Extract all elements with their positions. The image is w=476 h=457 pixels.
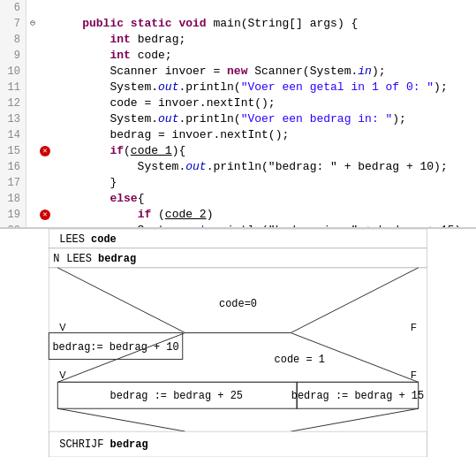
line-num-8: 8	[0, 32, 26, 48]
f-inner-label: F	[411, 369, 417, 380]
schrijf-bedrag-label: SCHRIJF bedrag	[59, 438, 147, 451]
line-num-14: 14	[0, 127, 26, 143]
line-num-19: 19	[0, 207, 26, 223]
code-line-8: 8 int bedrag;	[0, 32, 476, 48]
code-line-13: 13 System.out.println("Voer een bedrag i…	[0, 111, 476, 127]
code-line-15: 15 ✕ if(code_1){	[0, 143, 476, 159]
line-num-15: 15	[0, 143, 26, 159]
code-line-16: 16 System.out.println("bedrag: " + bedra…	[0, 159, 476, 175]
code-line-12: 12 code = invoer.nextInt();	[0, 95, 476, 111]
flowchart-section: LEES code N LEES bedrag	[0, 228, 476, 457]
flowchart-svg: LEES code N LEES bedrag	[0, 229, 476, 457]
bedrag-plus15-label: bedrag := bedrag + 15	[291, 390, 424, 402]
code-editor: 6 7 ⊖ public static void main(String[] a…	[0, 0, 476, 228]
svg-line-17	[57, 408, 185, 431]
code-line-14: 14 bedrag = invoer.nextInt();	[0, 127, 476, 143]
bedrag-plus10-label: bedrag:= bedrag + 10	[52, 341, 178, 354]
condition-code0: code=0	[219, 298, 257, 310]
code-line-10: 10 Scanner invoer = new Scanner(System.i…	[0, 64, 476, 80]
line-num-11: 11	[0, 80, 26, 95]
f-top-label: F	[411, 322, 417, 332]
svg-line-8	[291, 268, 418, 333]
line-num-13: 13	[0, 111, 26, 127]
condition-code1: code = 1	[275, 354, 325, 366]
v-top-label: V	[59, 322, 66, 332]
code-line-19: 19 ✕ if (code_2)	[0, 207, 476, 223]
code-line-9: 9 int code;	[0, 48, 476, 64]
lees-code-label: LEES code	[59, 233, 116, 246]
code-line-6: 6	[0, 0, 476, 16]
code-line-18: 18 else{	[0, 191, 476, 207]
line-num-18: 18	[0, 191, 26, 207]
line-num-12: 12	[0, 95, 26, 111]
bedrag-plus25-label: bedrag := bedrag + 25	[110, 390, 243, 402]
v-inner-label: V	[59, 369, 66, 380]
svg-line-7	[57, 268, 185, 333]
code-line-7: 7 ⊖ public static void main(String[] arg…	[0, 16, 476, 32]
line-num-7: 7	[0, 16, 26, 32]
line-num-16: 16	[0, 159, 26, 175]
lees-bedrag-label: LEES bedrag	[66, 253, 136, 265]
line-num-17: 17	[0, 175, 26, 191]
svg-text:N: N	[53, 253, 59, 265]
line-num-10: 10	[0, 64, 26, 80]
line-num-9: 9	[0, 48, 26, 64]
code-line-11: 11 System.out.println("Voer een getal in…	[0, 80, 476, 95]
svg-line-18	[291, 408, 418, 431]
code-line-17: 17 }	[0, 175, 476, 191]
line-num-6: 6	[0, 0, 26, 16]
